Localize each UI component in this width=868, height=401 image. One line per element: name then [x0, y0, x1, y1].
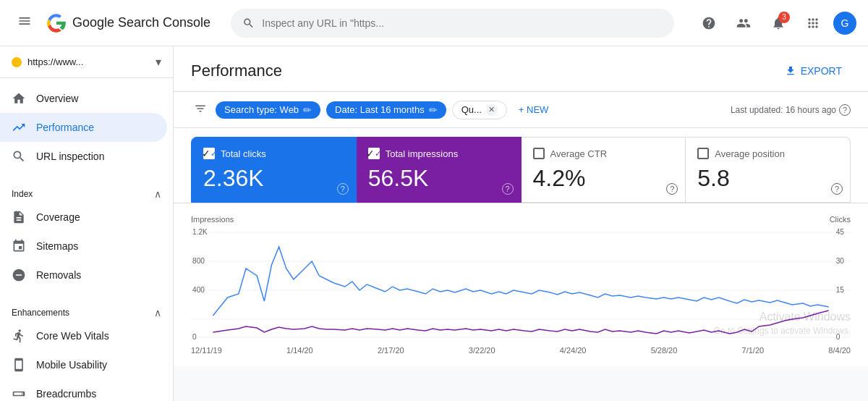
index-section: Index ∧ Coverage Sitemaps Removals: [0, 177, 173, 295]
export-label: EXPORT: [801, 65, 842, 77]
page-title: Performance: [191, 62, 282, 80]
main-layout: https://www... ▾ Overview Performance UR…: [0, 46, 868, 401]
search-bar[interactable]: [231, 9, 674, 38]
chart-x-labels: 12/11/19 1/14/20 2/17/20 3/22/20 4/24/20…: [191, 343, 851, 355]
sidebar-item-breadcrumbs[interactable]: Breadcrumbs: [0, 379, 167, 401]
main-content: Performance EXPORT Search type: Web ✏ Da…: [174, 46, 868, 401]
add-filter-label: + NEW: [519, 104, 549, 115]
filter-chip-date-edit-icon: ✏: [429, 104, 438, 116]
search-icon: [242, 17, 255, 30]
filter-chip-query[interactable]: Qu... ✕: [452, 101, 507, 119]
filter-chip-date[interactable]: Date: Last 16 months ✏: [326, 101, 446, 119]
chart-x-label-6: 7/1/20: [742, 346, 765, 355]
menu-icon[interactable]: [12, 8, 38, 38]
account-button[interactable]: [729, 9, 758, 38]
svg-text:45: 45: [836, 228, 845, 236]
metric-value-clicks: 2.36K: [203, 165, 344, 192]
export-button[interactable]: EXPORT: [776, 59, 851, 83]
sidebar: https://www... ▾ Overview Performance UR…: [0, 46, 174, 401]
sidebar-item-coverage[interactable]: Coverage: [0, 203, 167, 232]
mobile-usability-icon: [12, 358, 26, 372]
metric-label-impressions: Total impressions: [386, 148, 458, 159]
filter-chip-query-label: Qu...: [461, 104, 482, 115]
logo: Google Search Console: [46, 13, 210, 33]
svg-text:1.2K: 1.2K: [192, 228, 208, 236]
user-avatar[interactable]: G: [833, 12, 856, 35]
metrics-row: ✓ Total clicks 2.36K ? ✓ Total impressio…: [174, 128, 868, 203]
main-nav: Overview Performance URL inspection: [0, 78, 173, 177]
export-icon: [785, 65, 796, 77]
sidebar-label-breadcrumbs: Breadcrumbs: [36, 388, 96, 400]
metric-help-clicks[interactable]: ?: [337, 183, 349, 195]
notification-badge: 3: [778, 12, 790, 23]
core-web-vitals-icon: [12, 329, 26, 343]
home-icon: [12, 91, 26, 106]
enhancements-section-title: Enhancements: [12, 308, 69, 318]
filter-bar: Search type: Web ✏ Date: Last 16 months …: [174, 92, 868, 128]
sidebar-item-removals[interactable]: Removals: [0, 261, 167, 290]
metric-card-average-ctr[interactable]: Average CTR 4.2% ?: [522, 137, 686, 203]
svg-text:30: 30: [836, 257, 845, 265]
coverage-icon: [12, 210, 26, 224]
app-title: Google Search Console: [72, 15, 210, 30]
enhancements-collapse-icon: ∧: [154, 307, 161, 318]
metric-header-impressions: ✓ Total impressions: [368, 148, 509, 159]
property-icon: [12, 57, 22, 67]
last-updated-help-icon[interactable]: ?: [839, 104, 851, 116]
sidebar-item-overview[interactable]: Overview: [0, 84, 167, 113]
sidebar-label-core-web-vitals: Core Web Vitals: [36, 330, 109, 342]
metric-label-ctr: Average CTR: [550, 148, 608, 159]
removals-icon: [12, 268, 26, 282]
sidebar-item-url-inspection[interactable]: URL inspection: [0, 142, 167, 171]
search-icon-nav: [12, 149, 26, 164]
sidebar-label-mobile-usability: Mobile Usability: [36, 359, 107, 371]
sidebar-item-mobile-usability[interactable]: Mobile Usability: [0, 350, 167, 379]
index-section-title: Index: [12, 189, 33, 199]
metric-header-position: Average position: [697, 148, 838, 159]
metric-card-total-impressions[interactable]: ✓ Total impressions 56.5K ?: [357, 137, 522, 203]
metric-checkbox-position: [697, 148, 709, 159]
sidebar-label-removals: Removals: [36, 269, 81, 281]
sidebar-item-core-web-vitals[interactable]: Core Web Vitals: [0, 321, 167, 350]
add-filter-button[interactable]: + NEW: [513, 101, 555, 118]
filter-toggle-icon[interactable]: [191, 99, 210, 120]
chart-x-label-4: 4/24/20: [560, 346, 587, 355]
sidebar-item-sitemaps[interactable]: Sitemaps: [0, 232, 167, 261]
metric-help-ctr[interactable]: ?: [666, 183, 678, 195]
chart-y-label-left: Impressions: [191, 215, 234, 224]
google-logo-icon: [46, 13, 67, 33]
metric-card-total-clicks[interactable]: ✓ Total clicks 2.36K ?: [191, 137, 357, 203]
sidebar-label-sitemaps: Sitemaps: [36, 240, 78, 252]
chart-x-label-3: 3/22/20: [469, 346, 495, 355]
filter-chip-query-remove-icon[interactable]: ✕: [486, 104, 498, 116]
metric-label-clicks: Total clicks: [221, 148, 266, 159]
trending-up-icon: [12, 120, 26, 135]
property-selector[interactable]: https://www... ▾: [0, 46, 173, 78]
filter-chip-date-label: Date: Last 16 months: [335, 104, 425, 115]
metric-checkbox-impressions: ✓: [368, 148, 380, 159]
page-header: Performance EXPORT: [174, 46, 868, 92]
chart-x-label-7: 8/4/20: [828, 346, 851, 355]
sidebar-label-url-inspection: URL inspection: [36, 151, 104, 162]
filter-chip-search-type[interactable]: Search type: Web ✏: [216, 101, 320, 119]
filter-chip-search-type-edit-icon: ✏: [303, 104, 312, 116]
search-input[interactable]: [262, 17, 663, 29]
enhancements-section-header[interactable]: Enhancements ∧: [0, 301, 173, 321]
chart-area: Impressions Clicks 1.2K 800 400 0 45 30: [174, 203, 868, 366]
sidebar-label-overview: Overview: [36, 93, 78, 104]
metric-card-average-position[interactable]: Average position 5.8 ?: [686, 137, 851, 203]
header-actions: 3 G: [694, 9, 856, 38]
sidebar-label-performance: Performance: [36, 122, 94, 133]
index-collapse-icon: ∧: [154, 188, 161, 200]
notifications-button[interactable]: 3: [764, 9, 793, 38]
metric-help-impressions[interactable]: ?: [502, 183, 514, 195]
metric-header-clicks: ✓ Total clicks: [203, 148, 344, 159]
metric-help-position[interactable]: ?: [831, 183, 843, 195]
last-updated: Last updated: 16 hours ago ?: [731, 104, 851, 116]
index-section-header[interactable]: Index ∧: [0, 182, 173, 203]
sidebar-item-performance[interactable]: Performance: [0, 113, 167, 142]
svg-text:0: 0: [192, 333, 197, 341]
apps-button[interactable]: [799, 9, 827, 38]
enhancements-section: Enhancements ∧ Core Web Vitals Mobile Us…: [0, 295, 173, 401]
help-button[interactable]: [694, 9, 723, 38]
